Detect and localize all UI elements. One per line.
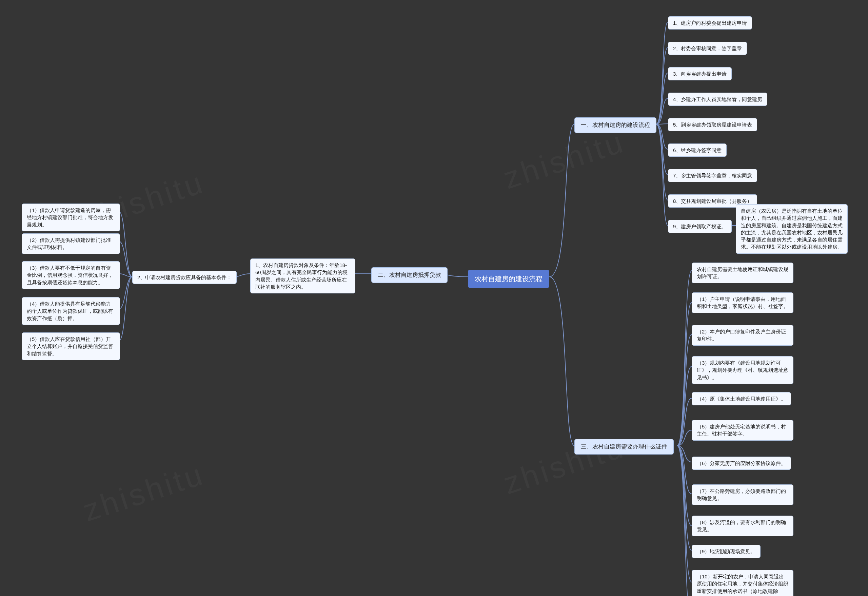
s1-item-4[interactable]: 4、乡建办工作人员实地踏看，同意建房 [668, 93, 767, 106]
mindmap-canvas[interactable]: zhishitu zhishitu zhishitu zhishitu [0, 0, 868, 596]
section1-title[interactable]: 一、农村自建房的建设流程 [574, 117, 657, 133]
s3-item-9[interactable]: （9）地灾勘勘现场意见。 [692, 545, 760, 558]
s2-cond-4[interactable]: （4）借款人能提供具有足够代偿能力的个人或单位作为贷款保证，或能以有效资产作抵（… [22, 297, 120, 325]
s1-item-6[interactable]: 6、经乡建办签字同意 [668, 143, 726, 157]
s3-item-7[interactable]: （7）在公路旁建房，必须要路政部门的明确意见。 [692, 484, 793, 505]
s3-item-10[interactable]: （10）新开宅的农户，申请人同意退出原使用的住宅用地，并交付集体经济组织重新安排… [692, 570, 793, 596]
s2-cond-3[interactable]: （3）借款人要有不低于规定的自有资金比例，信用观念强，资信状况良好，且具备按期偿… [22, 261, 120, 289]
s1-item-9[interactable]: 9、建房户领取产权证。 [668, 220, 732, 233]
s3-item-8[interactable]: （8）涉及河道的，要有水利部门的明确意见。 [692, 516, 793, 536]
s3-item-1[interactable]: （1）户主申请（说明申请事由，用地面积和土地类型，家庭状况）村、社签字。 [692, 293, 793, 313]
s1-item-5[interactable]: 5、到乡乡建办领取房屋建设申请表 [668, 118, 757, 131]
section3-title[interactable]: 三、农村自建房需要办理什么证件 [574, 439, 674, 454]
section2-title[interactable]: 二、农村自建房抵押贷款 [371, 267, 447, 283]
s3-item-2[interactable]: （2）本户的户口簿复印件及户主身份证复印件。 [692, 325, 793, 346]
s3-item-3[interactable]: （3）规划内要有《建设用地规划许可证》，规划外要办理《村、镇规划选址意见书》。 [692, 356, 793, 384]
s1-item-7[interactable]: 7、乡主管领导签字盖章，核实同意 [668, 169, 757, 182]
s3-item-6[interactable]: （6）分家无房产的应附分家协议原件。 [692, 457, 791, 470]
s2-item-1[interactable]: 1、农村自建房贷款对象及条件：年龄18-60周岁之间，具有完全民事行为能力的境内… [250, 259, 355, 293]
s2-item-2[interactable]: 2、申请农村建房贷款应具备的基本条件： [132, 271, 237, 284]
s1-item-1[interactable]: 1、建房户向村委会提出建房申请 [668, 16, 752, 30]
s2-cond-5[interactable]: （5）借款人应在贷款信用社（部）开立个人结算账户，并自愿接受信贷监督和结算监督。 [22, 333, 120, 360]
root-node[interactable]: 农村自建房的建设流程 [468, 270, 549, 288]
s1-item-3[interactable]: 3、向乡乡建办提出申请 [668, 67, 732, 80]
s1-item-9-note[interactable]: 自建房（农民房）是泛指拥有自有土地的单位和个人，自己组织并通过雇佣他人施工，而建… [736, 204, 848, 254]
s3-item-0[interactable]: 农村自建房需要土地使用证和城镇建设规划许可证。 [692, 263, 793, 283]
s3-item-5[interactable]: （5）建房户他处无宅基地的说明书，村主任、驻村干部签字。 [692, 420, 793, 441]
s1-item-2[interactable]: 2、村委会审核同意，签字盖章 [668, 42, 747, 55]
s2-cond-2[interactable]: （2）借款人需提供村镇建设部门批准文件或证明材料。 [22, 234, 120, 254]
s2-cond-1[interactable]: （1）借款人申请贷款建造的房屋，需经地方村镇建设部门批准，符合地方发展规划。 [22, 204, 120, 231]
s3-item-4[interactable]: （4）原《集体土地建设用地使用证》。 [692, 392, 791, 405]
